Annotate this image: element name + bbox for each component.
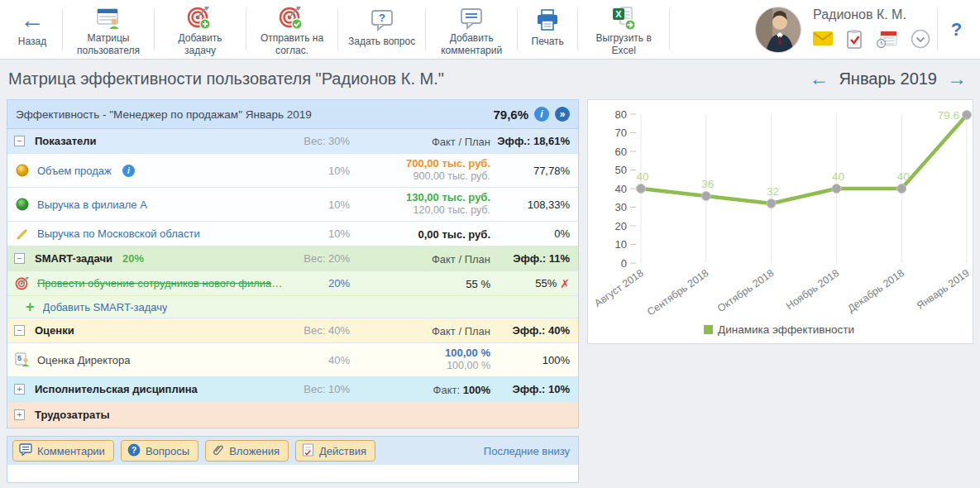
- svg-text:10: 10: [615, 238, 627, 251]
- svg-text:5: 5: [17, 354, 22, 362]
- svg-text:40: 40: [832, 170, 844, 183]
- add-comment-button[interactable]: Добавить комментарий: [428, 0, 514, 59]
- user-avatar[interactable]: [755, 7, 801, 53]
- row-smart-task: Провести обучение сотрудников нового фил…: [7, 271, 578, 296]
- fact-value: 130,00 тыс. руб.: [350, 191, 490, 204]
- svg-text:?: ?: [379, 12, 385, 24]
- back-label: Назад: [18, 36, 46, 48]
- group-title: Исполнительская дисциплина: [31, 383, 198, 395]
- matrix-header-row: Эффективность - "Менеджер по продажам" Я…: [7, 100, 578, 129]
- efficiency-total: 79,6%: [493, 108, 528, 122]
- svg-text:Ноябрь 2018: Ноябрь 2018: [784, 267, 841, 312]
- svg-text:50: 50: [615, 164, 627, 176]
- questions-button[interactable]: ? Вопросы: [121, 440, 198, 462]
- svg-text:40: 40: [897, 170, 910, 183]
- back-button[interactable]: ← Назад: [5, 0, 60, 59]
- svg-text:60: 60: [615, 146, 627, 158]
- indicator-link[interactable]: Объем продаж: [37, 165, 112, 177]
- smart-task-link[interactable]: Провести обучение сотрудников нового фил…: [37, 277, 284, 289]
- user-area: Радионов К. М.: [755, 0, 937, 59]
- calendar-clock-icon[interactable]: [876, 29, 897, 52]
- efficiency-trend-chart: 01020304050607080403632404079.6Август 20…: [587, 99, 973, 344]
- eff-value: 77,78%: [490, 165, 570, 177]
- efficiency-matrix-panel: Эффективность - "Менеджер по продажам" Я…: [7, 99, 579, 428]
- top-toolbar: ← Назад Матрицы пользователя Добавить за…: [0, 0, 980, 60]
- send-approval-button[interactable]: Отправить на соглас.: [249, 0, 335, 59]
- user-matrices-button[interactable]: Матрицы пользователя: [65, 0, 151, 59]
- comments-button[interactable]: Комментарии: [12, 440, 114, 462]
- group-eff: Эфф.: 18,61%: [490, 135, 570, 147]
- group-eff: Эфф.: 40%: [490, 324, 570, 337]
- send-approval-label: Отправить на соглас.: [256, 32, 327, 57]
- indicator-link[interactable]: Выручка в филиале А: [37, 199, 147, 211]
- ask-question-button[interactable]: ? Задать вопрос: [341, 0, 423, 59]
- excel-export-icon: X: [610, 5, 638, 31]
- group-weight: Вес: 10%: [284, 383, 350, 395]
- info-icon[interactable]: i: [534, 107, 549, 122]
- sort-order-link[interactable]: Последние внизу: [484, 445, 570, 457]
- svg-text:80: 80: [615, 108, 627, 121]
- eff-value: 55%: [535, 277, 557, 289]
- collapse-icon[interactable]: −: [14, 136, 25, 146]
- fact-label: Факт:: [433, 384, 461, 396]
- attachments-button[interactable]: Вложения: [205, 440, 289, 462]
- tasks-clipboard-icon[interactable]: [846, 29, 863, 52]
- collapse-icon[interactable]: −: [14, 253, 25, 264]
- group-weight: Вес: 40%: [284, 324, 350, 337]
- forward-icon[interactable]: »: [555, 107, 570, 122]
- collapse-icon[interactable]: −: [14, 325, 25, 336]
- info-icon[interactable]: i: [122, 165, 135, 177]
- expand-icon[interactable]: +: [14, 409, 25, 420]
- prev-month-arrow[interactable]: ←: [809, 70, 829, 87]
- fact-value: 100%: [463, 384, 490, 396]
- user-matrices-label: Матрицы пользователя: [73, 32, 144, 57]
- factplan-header: Факт / План: [432, 253, 490, 266]
- target-check-icon: [278, 5, 306, 31]
- matrix-header-title: Эффективность - "Менеджер по продажам" Я…: [16, 108, 312, 121]
- group-title-percent: 20%: [122, 252, 144, 265]
- group-title: SMART-задачи: [31, 252, 112, 265]
- group-smart-tasks: − SMART-задачи 20% Вес: 20% Факт / План …: [7, 246, 578, 271]
- toolbar-divider: [62, 8, 63, 50]
- group-eff: Эфф.: 10%: [490, 383, 570, 395]
- print-label: Печать: [532, 36, 564, 48]
- group-weight: Вес: 30%: [284, 135, 350, 147]
- export-excel-label: Выгрузить в Excel: [588, 32, 659, 57]
- expand-icon[interactable]: +: [14, 384, 25, 395]
- chevron-down-icon[interactable]: [911, 29, 930, 52]
- yellow-sphere-icon: [14, 164, 31, 177]
- export-excel-button[interactable]: X Выгрузить в Excel: [581, 0, 667, 59]
- weight-value: 20%: [284, 277, 350, 289]
- add-task-button[interactable]: Добавить задачу: [157, 0, 243, 59]
- svg-text:36: 36: [701, 178, 714, 190]
- row-director-rating: 5 Оценка Директора 40% 100,00 % 100,00 %…: [7, 343, 578, 377]
- svg-text:40: 40: [636, 170, 648, 183]
- target-icon: [14, 276, 31, 290]
- plan-value: 100,00 %: [350, 360, 490, 373]
- print-button[interactable]: Печать: [520, 0, 575, 59]
- rating-label: Оценка Директора: [37, 354, 131, 366]
- group-title: Показатели: [31, 135, 97, 147]
- plan-value: 120,00 тыс. руб.: [350, 204, 490, 218]
- eff-value: 108,33%: [490, 199, 570, 211]
- delete-task-icon[interactable]: ✗: [560, 277, 570, 290]
- fact-value: 100,00 %: [350, 347, 490, 360]
- next-month-arrow[interactable]: →: [947, 70, 967, 87]
- ask-question-label: Задать вопрос: [348, 36, 415, 48]
- svg-text:X: X: [616, 9, 623, 19]
- factplan-header: Факт / План: [432, 136, 490, 148]
- toolbar-divider: [669, 8, 670, 50]
- fact-value: 700,00 тыс. руб.: [350, 157, 490, 170]
- weight-value: 10%: [284, 199, 350, 211]
- indicator-link[interactable]: Выручка по Московской области: [37, 227, 200, 240]
- actions-button-label: Действия: [319, 445, 366, 457]
- add-smart-task-link[interactable]: Добавить SMART-задачу: [43, 301, 168, 313]
- group-eff: Эфф.: 11%: [490, 252, 570, 265]
- add-comment-label: Добавить комментарий: [436, 32, 507, 57]
- group-ratings: − Оценки Вес: 40% Факт / План Эфф.: 40%: [7, 318, 578, 343]
- actions-button[interactable]: Действия: [295, 440, 375, 462]
- help-button[interactable]: ?: [951, 19, 962, 41]
- mail-icon[interactable]: [813, 31, 833, 49]
- toolbar-divider: [577, 8, 578, 50]
- group-labor: + Трудозатраты: [7, 402, 578, 428]
